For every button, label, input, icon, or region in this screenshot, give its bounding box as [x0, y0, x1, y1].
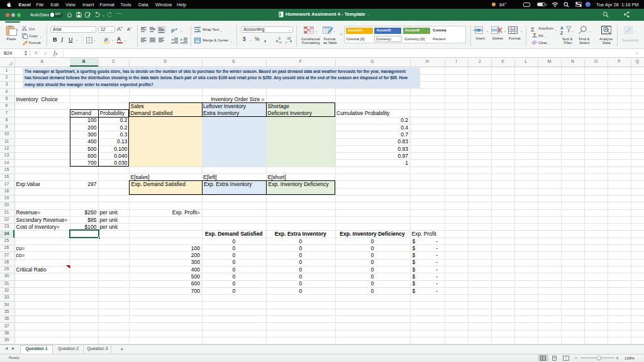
- svg-text:Z: Z: [560, 31, 563, 35]
- svg-text:ab: ab: [171, 27, 175, 33]
- svg-text:A: A: [560, 26, 564, 30]
- svg-text:.0: .0: [278, 36, 280, 40]
- svg-text:0: 0: [286, 41, 287, 44]
- svg-text:00: 00: [279, 41, 282, 44]
- svg-text:.00: .00: [287, 36, 291, 40]
- svg-text:X: X: [279, 13, 280, 16]
